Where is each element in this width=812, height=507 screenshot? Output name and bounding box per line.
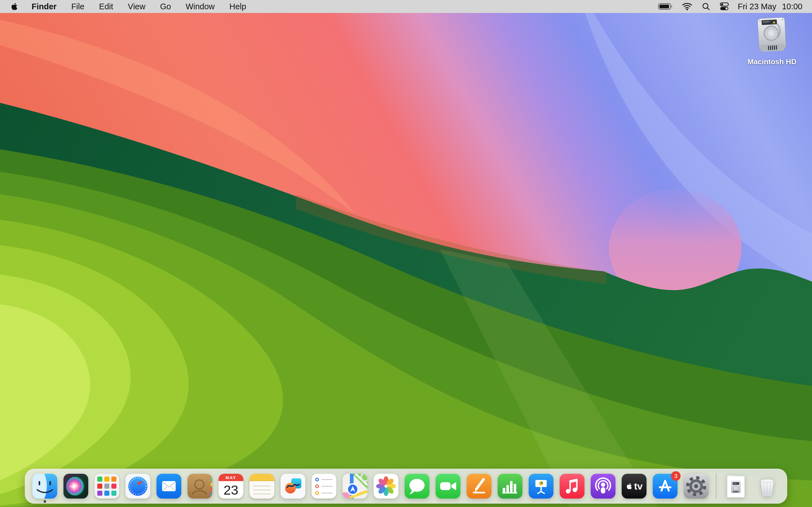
dock-app-store[interactable]: 3 [653,474,677,499]
wallpaper-sonoma-art [0,0,812,507]
dock-messages[interactable] [405,474,429,499]
dock-siri[interactable] [63,474,88,499]
apple-logo-small-icon [626,483,633,490]
menu-window[interactable]: Window [178,0,222,13]
photos-icon [373,474,398,499]
safari-icon [125,474,150,499]
dock-notes[interactable] [250,474,274,499]
facetime-icon [436,474,460,499]
dock-calendar[interactable]: MAY 23 [218,474,243,499]
freeform-icon [281,474,305,499]
dock-mail[interactable] [156,474,181,499]
menu-bar-clock[interactable]: Fri 23 May 10:00 [733,2,802,11]
calendar-icon: MAY 23 [218,474,243,499]
dock-finder[interactable] [33,474,57,499]
menu-help[interactable]: Help [222,0,254,13]
apple-menu[interactable] [10,0,24,13]
desktop-icon-label: Macintosh HD [748,57,796,66]
dock-keynote[interactable] [529,474,553,499]
dock-safari[interactable] [125,474,150,499]
dock-tv[interactable]: tv [622,474,647,499]
pages-icon [467,474,492,499]
desktop-icon-macintosh-hd[interactable]: Macintosh HD [747,16,797,66]
numbers-icon [498,474,522,499]
menu-bar-left: Finder File Edit View Go Window Help [10,0,253,13]
menu-file[interactable]: File [64,0,92,13]
dock-launchpad[interactable] [94,474,119,499]
dock-trash[interactable] [755,474,779,499]
dock-reminders[interactable] [312,474,336,499]
dock: MAY 23 [25,469,787,504]
messages-icon [405,474,429,499]
podcasts-icon [591,474,615,499]
app-store-badge: 3 [671,471,680,481]
dock-music[interactable] [560,474,585,499]
finder-running-indicator [44,500,46,503]
notes-icon [250,474,274,499]
dock-system-settings[interactable] [684,474,709,499]
control-center-icon[interactable] [715,0,733,13]
wifi-icon[interactable] [677,0,697,13]
dock-numbers[interactable] [498,474,522,499]
dock-freeform[interactable] [281,474,305,499]
clock-date: Fri 23 May [738,2,776,11]
keynote-icon [529,474,553,499]
dock-pages[interactable] [467,474,492,499]
settings-gear-icon [684,474,709,499]
reminders-icon [312,474,336,499]
documents-stack-icon [724,474,749,499]
menu-edit[interactable]: Edit [92,0,120,13]
dock-podcasts[interactable] [591,474,615,499]
macos-desktop: Finder File Edit View Go Window Help Fri… [0,0,812,507]
mail-icon [156,474,181,499]
music-icon [560,474,585,499]
menu-bar-status: Fri 23 May 10:00 [654,0,802,13]
menu-go[interactable]: Go [153,0,179,13]
search-icon[interactable] [697,0,715,13]
calendar-day: 23 [218,481,243,499]
calendar-month: MAY [218,474,243,481]
dock-documents[interactable] [724,474,749,499]
tv-icon: tv [622,474,647,499]
tv-label: tv [634,481,643,492]
dock-maps[interactable] [343,474,367,499]
finder-icon [33,474,57,499]
menu-bar: Finder File Edit View Go Window Help Fri… [0,0,812,13]
dock-divider [716,473,716,499]
launchpad-icon [94,474,119,499]
dock-facetime[interactable] [436,474,460,499]
trash-icon [755,474,779,499]
siri-icon [63,474,88,499]
dock-photos[interactable] [373,474,398,499]
dock-contacts[interactable] [188,474,212,499]
hard-drive-icon [753,16,791,56]
maps-icon [343,474,367,499]
menu-finder[interactable]: Finder [24,0,64,13]
apple-logo-icon [10,2,18,11]
menu-view[interactable]: View [120,0,153,13]
contacts-icon [188,474,212,499]
battery-icon[interactable] [654,0,677,13]
clock-time: 10:00 [782,2,802,11]
